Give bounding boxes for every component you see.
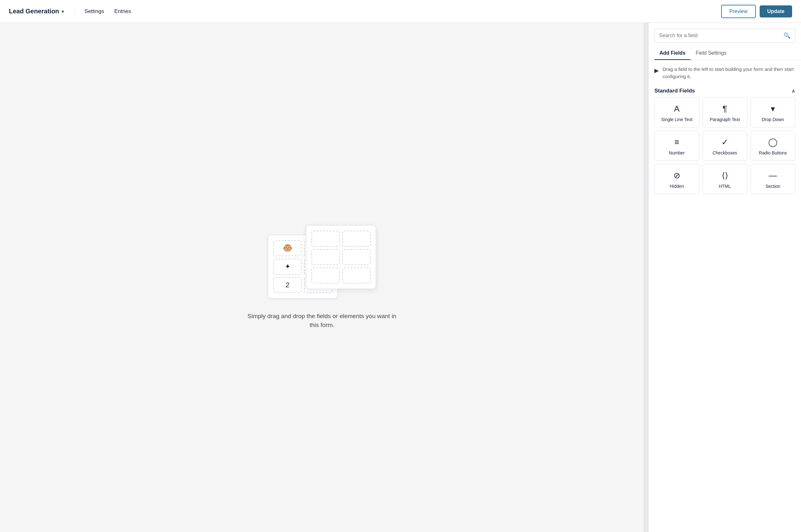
settings-nav-link[interactable]: Settings [85, 8, 104, 15]
search-bar: 🔍 [649, 23, 801, 43]
hub-icon: ✦ [285, 263, 290, 271]
card-cell-monkey: 🐵 [273, 240, 302, 256]
right-panel: 🔍 Add Fields Field Settings ▶ Drag a fie… [648, 23, 801, 532]
field-card-section[interactable]: —Section [750, 164, 795, 194]
radio-buttons-icon: ◯ [768, 137, 778, 147]
hidden-icon: ⊘ [673, 171, 680, 180]
field-card-hidden[interactable]: ⊘Hidden [654, 164, 699, 194]
field-card-html[interactable]: ⟨⟩HTML [703, 164, 747, 194]
field-card-radio-buttons[interactable]: ◯Radio Buttons [750, 131, 795, 161]
single-line-text-label: Single Line Text [661, 117, 693, 122]
field-card-number[interactable]: ≡Number [654, 131, 699, 161]
monkey-icon: 🐵 [283, 243, 293, 253]
hidden-label: Hidden [670, 184, 684, 189]
field-card-paragraph-text[interactable]: ¶Paragraph Text [703, 97, 747, 128]
fields-section-standard: Standard Fields ∧ ASingle Line Text¶Para… [649, 83, 801, 200]
single-line-text-icon: A [674, 104, 679, 114]
form-title: Lead Generation [9, 7, 59, 15]
header-left: Lead Generation ▾ Settings Entries [9, 7, 131, 15]
card-front-cell-1 [311, 231, 340, 247]
html-icon: ⟨⟩ [722, 171, 728, 180]
canvas-area: 🐵 ¶ ✦ ≡ 2 ✗ [0, 23, 644, 532]
card-front-cell-2 [342, 231, 370, 247]
number-icon: 2 [285, 281, 289, 289]
card-front-cell-5 [311, 268, 340, 284]
checkboxes-icon: ✓ [722, 137, 728, 147]
tab-add-fields[interactable]: Add Fields [654, 47, 691, 60]
checkboxes-label: Checkboxes [713, 150, 737, 155]
tab-field-settings[interactable]: Field Settings [691, 47, 732, 60]
card-front-cell-3 [311, 249, 340, 265]
standard-fields-header[interactable]: Standard Fields ∧ [654, 83, 795, 97]
card-front-cell-6 [342, 268, 370, 284]
chevron-down-icon: ▾ [62, 9, 64, 14]
entries-nav-link[interactable]: Entries [114, 8, 131, 15]
field-card-single-line-text[interactable]: ASingle Line Text [654, 97, 699, 128]
panel-drag-hint-text: Drag a field to the left to start buildi… [662, 66, 795, 80]
radio-buttons-label: Radio Buttons [759, 150, 787, 155]
main-layout: 🐵 ¶ ✦ ≡ 2 ✗ [0, 23, 801, 532]
preview-button[interactable]: Preview [721, 5, 756, 18]
form-title-area[interactable]: Lead Generation ▾ [9, 7, 74, 15]
arrow-icon: ▶ [654, 66, 659, 75]
field-card-checkboxes[interactable]: ✓Checkboxes [703, 131, 747, 161]
field-card-drop-down[interactable]: ▾Drop Down [750, 97, 795, 128]
card-cell-number: 2 [273, 277, 302, 293]
panel-drag-hint: ▶ Drag a field to the left to start buil… [649, 60, 801, 83]
standard-fields-title: Standard Fields [654, 88, 695, 94]
section-label: Section [765, 184, 780, 189]
fields-grid: ASingle Line Text¶Paragraph Text▾Drop Do… [654, 97, 795, 194]
drop-down-icon: ▾ [771, 104, 775, 114]
drag-hint-text: Simply drag and drop the fields or eleme… [245, 312, 398, 330]
panel-tabs: Add Fields Field Settings [649, 43, 801, 60]
illustration-container: 🐵 ¶ ✦ ≡ 2 ✗ [245, 225, 398, 330]
search-icon: 🔍 [783, 32, 790, 39]
scrollbar-divider [644, 23, 648, 532]
app-header: Lead Generation ▾ Settings Entries Previ… [0, 0, 801, 23]
card-front [306, 225, 376, 289]
number-icon: ≡ [674, 137, 679, 147]
paragraph-text-label: Paragraph Text [710, 117, 740, 122]
card-cell-hub: ✦ [273, 259, 302, 274]
card-front-cell-4 [342, 249, 370, 265]
section-icon: — [769, 171, 777, 180]
chevron-up-icon: ∧ [791, 88, 795, 94]
number-label: Number [669, 150, 685, 155]
search-input[interactable] [659, 33, 783, 38]
paragraph-text-icon: ¶ [723, 104, 727, 114]
header-nav: Settings Entries [74, 8, 131, 15]
drop-down-label: Drop Down [762, 117, 784, 122]
header-actions: Preview Update [721, 5, 792, 18]
html-label: HTML [718, 184, 731, 189]
search-input-wrap: 🔍 [654, 28, 795, 43]
cards-illustration: 🐵 ¶ ✦ ≡ 2 ✗ [268, 225, 376, 302]
update-button[interactable]: Update [760, 5, 792, 18]
